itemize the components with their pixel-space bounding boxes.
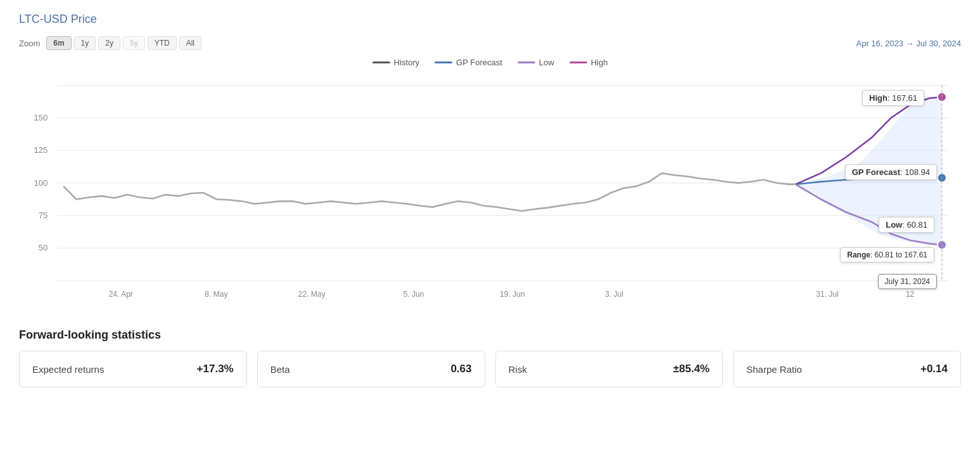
main-container: LTC-USD Price Zoom 6m 1y 2y 5y YTD All A…	[0, 0, 980, 400]
stats-title: Forward-looking statistics	[19, 328, 961, 342]
tooltip-low-label: Low	[886, 220, 902, 230]
main-chart-svg: 150 125 100 75 50 24. Apr 8. May 22. May…	[19, 72, 961, 313]
legend-gp-label: GP Forecast	[456, 58, 502, 67]
sharpe-label: Sharpe Ratio	[746, 364, 802, 375]
tooltip-gp-label: GP Forecast	[852, 167, 900, 177]
legend-high: High	[570, 58, 608, 67]
tooltip-range: Range: 60.81 to 167.61	[840, 247, 934, 263]
legend-gp-forecast: GP Forecast	[435, 58, 502, 67]
stat-card-beta: Beta 0.63	[257, 351, 485, 387]
date-range: Apr 16, 2023 → Jul 30, 2024	[856, 39, 961, 48]
tooltip-date: July 31, 2024	[878, 274, 937, 289]
chart-legend: History GP Forecast Low High	[19, 58, 961, 67]
tooltip-low-value: : 60.81	[902, 220, 927, 230]
stat-card-sharpe: Sharpe Ratio +0.14	[733, 351, 961, 387]
zoom-1y[interactable]: 1y	[74, 36, 96, 50]
legend-history-label: History	[394, 58, 419, 67]
svg-text:22. May: 22. May	[298, 290, 326, 299]
svg-text:24. Apr: 24. Apr	[109, 290, 133, 299]
page-title: LTC-USD Price	[19, 13, 961, 26]
svg-text:75: 75	[39, 211, 48, 220]
legend-high-label: High	[591, 58, 608, 67]
stat-card-risk: Risk ±85.4%	[495, 351, 723, 387]
legend-gp-line	[435, 62, 452, 63]
legend-low: Low	[518, 58, 554, 67]
expected-returns-value: +17.3%	[197, 363, 234, 375]
legend-history: History	[372, 58, 419, 67]
svg-text:31. Jul: 31. Jul	[816, 290, 839, 299]
zoom-2y[interactable]: 2y	[98, 36, 120, 50]
svg-text:100: 100	[34, 178, 48, 188]
tooltip-range-label: Range: 60.81 to 167.61	[847, 250, 927, 259]
zoom-controls: Zoom 6m 1y 2y 5y YTD All	[19, 36, 201, 50]
legend-low-label: Low	[539, 58, 554, 67]
chart-wrapper: 150 125 100 75 50 24. Apr 8. May 22. May…	[19, 72, 961, 313]
tooltip-gp-value: : 108.94	[900, 167, 930, 177]
tooltip-gp: GP Forecast: 108.94	[845, 164, 937, 180]
zoom-label: Zoom	[19, 39, 40, 48]
svg-text:12: 12	[906, 290, 915, 299]
svg-text:150: 150	[34, 113, 48, 122]
svg-text:125: 125	[34, 145, 48, 155]
svg-text:3. Jul: 3. Jul	[605, 290, 623, 299]
svg-text:8. May: 8. May	[205, 290, 228, 299]
tooltip-high-label: High	[869, 93, 888, 103]
zoom-6m[interactable]: 6m	[46, 36, 71, 50]
risk-value: ±85.4%	[673, 363, 710, 375]
zoom-bar: Zoom 6m 1y 2y 5y YTD All Apr 16, 2023 → …	[19, 36, 961, 50]
svg-text:50: 50	[39, 243, 48, 252]
risk-label: Risk	[509, 364, 527, 375]
beta-value: 0.63	[450, 363, 471, 375]
tooltip-high-value: : 167.61	[888, 93, 917, 103]
sharpe-value: +0.14	[920, 363, 948, 375]
zoom-5y[interactable]: 5y	[123, 36, 145, 50]
tooltip-date-value: July 31, 2024	[885, 277, 930, 286]
stats-section: Forward-looking statistics Expected retu…	[19, 328, 961, 387]
tooltip-low: Low: 60.81	[879, 217, 934, 233]
tooltip-high: High: 167.61	[862, 90, 924, 106]
zoom-all[interactable]: All	[179, 36, 201, 50]
zoom-ytd[interactable]: YTD	[148, 36, 177, 50]
stats-cards: Expected returns +17.3% Beta 0.63 Risk ±…	[19, 351, 961, 387]
legend-low-line	[518, 62, 535, 63]
svg-text:5. Jun: 5. Jun	[404, 290, 424, 299]
svg-text:19. Jun: 19. Jun	[500, 290, 525, 299]
stat-card-expected-returns: Expected returns +17.3%	[19, 351, 247, 387]
beta-label: Beta	[270, 364, 290, 375]
legend-history-line	[372, 62, 390, 63]
legend-high-line	[570, 62, 587, 63]
expected-returns-label: Expected returns	[32, 364, 104, 375]
